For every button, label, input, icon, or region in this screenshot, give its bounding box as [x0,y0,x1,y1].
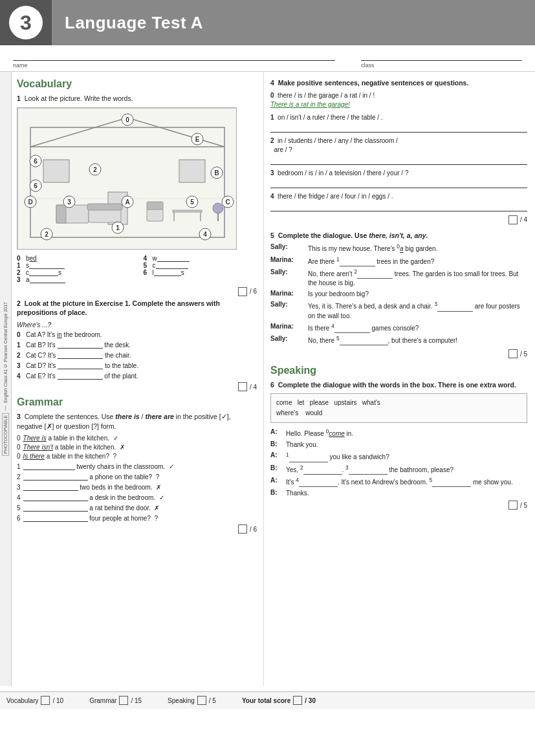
svg-text:6: 6 [34,182,38,189]
grammar-title: Grammar [17,396,257,408]
svg-rect-17 [87,204,122,210]
sp-row-a3: A: It's 4. It's next to Andrew's bedroom… [270,477,527,487]
scene-svg: 0 E B C 5 [17,108,237,250]
name-line[interactable] [13,50,335,61]
sent-item-4: 4 a desk in the bedroom. ✓ [17,493,257,501]
dialog-row-sally-2: Sally: No, there aren't 2 trees. The gar… [270,268,527,288]
prep-item-3: 3 Cat D? It's to the table. [17,361,257,369]
svg-text:D: D [28,199,32,206]
svg-text:1: 1 [116,224,120,232]
total-score-checkbox [293,696,302,705]
word-col-2: 4 w 5 c 6 ls [144,255,257,283]
score-footer: Vocabulary / 10 Grammar / 15 Speaking / … [0,691,535,709]
word-item-3: 3 a [17,276,131,283]
sent-item-3: 3 two beds in the bedroom. ✗ [17,482,257,491]
sent-item-2: 2 a phone on the table? ? [17,472,257,481]
word-item-2: 2 cs [17,269,131,276]
ex1-score-box [238,287,247,296]
svg-text:6: 6 [34,158,38,165]
ex3-score: / 6 [17,524,257,534]
svg-text:5: 5 [190,199,194,206]
ex4-score-box [508,215,518,224]
speaking-section: Speaking 6 Complete the dialogue with th… [270,365,527,510]
speaking-title: Speaking [270,365,527,376]
word-item-1: 1 s [17,262,131,269]
dialog-row-sally-1: Sally: This is my new house. There's 0a … [270,243,527,254]
prep-item-1: 1 Cat B? It's the desk. [17,340,257,349]
grammar-score-item: Grammar / 15 [89,696,142,705]
strip-divider [5,405,6,411]
ex2-score-box [238,382,247,391]
word-item-6: 6 ls [144,269,257,276]
dialog-box-5: Sally: This is my new house. There's 0a … [270,243,527,345]
svg-rect-5 [179,160,205,182]
picture-box: 0 E B C 5 [17,107,237,250]
name-field: name [13,50,335,69]
svg-text:E: E [195,136,200,143]
svg-text:4: 4 [203,231,207,238]
page-title: Language Test A [65,13,203,33]
main-area: English Class A1 © Pearson Central Europ… [0,72,535,686]
svg-rect-9 [147,208,163,221]
ex4-instruction: 4 Make positive sentences, negative sent… [270,78,527,88]
class-field: class [361,50,522,69]
prep-item-4: 4 Cat E? It's of the plant. [17,371,257,380]
page-title-area: Language Test A [52,0,535,45]
svg-text:0: 0 [126,116,129,124]
vocab-score-checkbox [41,696,50,705]
word-item-0: 0 bed [17,255,131,262]
name-label: name [13,62,335,69]
word-col-1: 0 bed 1 s 2 cs 3 a [17,255,131,283]
speaking-score-checkbox [197,696,206,705]
left-column: Vocabulary 1 Look at the picture. Write … [12,72,264,686]
sent-item-6: 6 four people at home? ? [17,513,257,522]
grammar-section: Grammar 3 Complete the sentences. Use th… [17,396,257,534]
sent-item-0a: 0 There is a table in the kitchen. ✓ [17,435,257,442]
exercise-6: 6 Complete the dialogue with the words i… [270,380,527,510]
sent-item-0c: 0 Is there a table in the kitchen? ? [17,453,257,460]
sent-item-0b: 0 There isn't a table in the kitchen. ✗ [17,444,257,451]
sp-row-b2: B: Yes, 2. 3 the bathroom, please? [270,464,527,475]
prep-item-2: 2 Cat C? It's the chair. [17,351,257,359]
word-grid: 0 bed 1 s 2 cs 3 a [17,255,257,283]
word-item-4: 4 w [144,255,257,262]
ex4-item-4: 4 there / the fridge / are / four / in /… [270,192,527,211]
ex3-instruction: 3 Complete the sentences. Use there is /… [17,412,257,431]
unit-number-circle: 3 [9,6,43,39]
dialog-row-marina-3: Marina: Is there 4 games console? [270,323,527,333]
ex2-instruction: 2 Look at the picture in Exercise 1. Com… [17,299,257,318]
class-line[interactable] [361,50,522,61]
exercise-1: 1 Look at the picture. Write the words. [17,94,257,296]
svg-rect-10 [147,202,163,210]
exercise-4: 4 Make positive sentences, negative sent… [270,78,527,224]
sp-row-b1: B: Thank you. [270,440,527,449]
sp-row-a1: A: Hello. Please 0come in. [270,428,527,438]
speaking-dialog: A: Hello. Please 0come in. B: Thank you.… [270,428,527,498]
ex5-score-box [508,349,518,358]
page-header: 3 Language Test A [0,0,535,45]
exercise-2: 2 Look at the picture in Exercise 1. Com… [17,299,257,391]
ex4-item-0: 0 there / is / the garage / a rat / in /… [270,91,527,109]
ex4-list: 0 there / is / the garage / a rat / in /… [270,91,527,211]
class-label: class [361,62,522,69]
vocab-score-item: Vocabulary / 10 [6,696,63,705]
svg-text:A: A [125,199,129,206]
ex3-score-box [238,524,247,534]
unit-number: 3 [20,11,32,35]
ex5-instruction: 5 Complete the dialogue. Use there, isn'… [270,231,527,241]
sp-row-a2: A: 1 you like a sandwich? [270,451,527,462]
ex2-prompt: Where's ...? [17,321,257,329]
ex6-instruction: 6 Complete the dialogue with the words i… [270,380,527,390]
svg-rect-11 [173,210,202,212]
svg-text:3: 3 [67,199,71,206]
svg-rect-4 [43,160,69,182]
prep-item-0: 0 Cat A? It's in the bedroom. [17,331,257,338]
ex4-item-3: 3 bedroom / is / in / a television / the… [270,169,527,188]
ex2-score: / 4 [17,382,257,391]
svg-text:2: 2 [93,166,97,173]
ex1-score: / 6 [17,287,257,296]
exercise-3: 3 Complete the sentences. Use there is /… [17,412,257,534]
right-column: 4 Make positive sentences, negative sent… [264,72,535,686]
svg-text:B: B [214,169,219,177]
prep-list: 0 Cat A? It's in the bedroom. 1 Cat B? I… [17,331,257,380]
